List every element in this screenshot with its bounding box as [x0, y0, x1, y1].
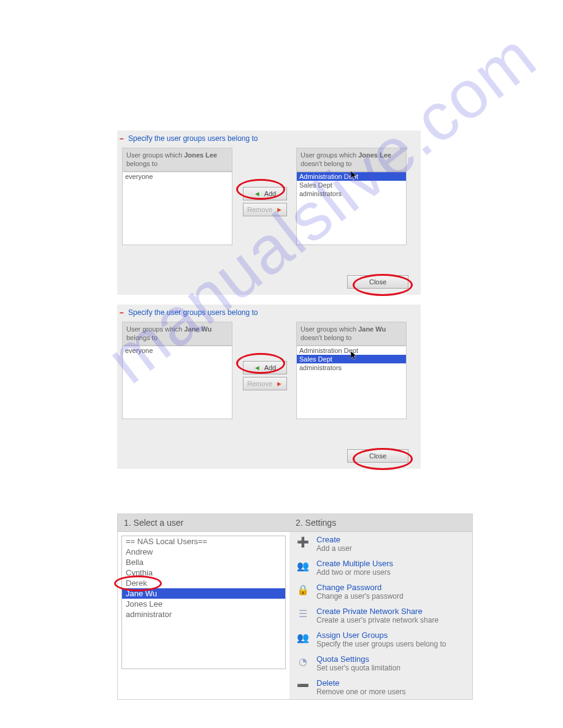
- not-belongs-list[interactable]: Administration Dept Sales Dept administr…: [296, 346, 407, 419]
- not-belongs-header: User groups which Jane Wu doesn't belong…: [296, 322, 407, 346]
- right-column-title: 2. Settings: [289, 514, 472, 532]
- plus-icon: ◄: [254, 364, 261, 371]
- hdr-suffix: belongs to: [126, 160, 158, 167]
- not-belongs-header: User groups which Jones Lee doesn't belo…: [296, 148, 407, 172]
- add-button[interactable]: ◄ Add: [243, 361, 287, 374]
- list-item-header: == NAS Local Users==: [122, 536, 285, 547]
- list-item[interactable]: Administration Dept: [297, 172, 406, 181]
- user-list[interactable]: == NAS Local Users== Andrew Bella Cynthi…: [121, 536, 286, 669]
- share-icon: ☰: [296, 607, 310, 620]
- add-button[interactable]: ◄ Add: [243, 187, 287, 200]
- section-title: – Specify the user groups users belong t…: [117, 131, 421, 146]
- multi-user-icon: 👥: [296, 559, 310, 572]
- hdr-prefix: User groups which: [126, 151, 184, 159]
- list-item[interactable]: everyone: [123, 346, 232, 355]
- action-sub: Add a user: [316, 544, 352, 553]
- select-user-column: 1. Select a user == NAS Local Users== An…: [118, 514, 289, 673]
- list-item[interactable]: everyone: [123, 172, 232, 181]
- belongs-list[interactable]: everyone: [122, 346, 232, 419]
- action-sub: Specify the user groups users belong to: [316, 640, 446, 648]
- left-column-title: 1. Select a user: [118, 514, 289, 532]
- action-sub: Set user's quota limitation: [316, 664, 400, 672]
- hdr-user: Jane Wu: [184, 325, 212, 333]
- action-assign-groups[interactable]: 👥 Assign User GroupsSpecify the user gro…: [289, 628, 472, 651]
- section-title: – Specify the user groups users belong t…: [117, 305, 421, 320]
- add-label: Add: [264, 364, 277, 371]
- action-title: Assign User Groups: [316, 631, 446, 640]
- action-create-multiple[interactable]: 👥 Create Multiple UsersAdd two or more u…: [289, 556, 472, 580]
- minus-user-icon: ➖: [296, 678, 310, 692]
- action-sub: Change a user's password: [316, 592, 404, 601]
- action-title: Create: [316, 535, 352, 544]
- close-button[interactable]: Close: [347, 449, 408, 463]
- hdr-user: Jones Lee: [358, 151, 391, 159]
- list-item[interactable]: Jane Wu: [122, 588, 285, 599]
- close-label: Close: [369, 450, 386, 462]
- hdr-suffix: doesn't belong to: [301, 160, 351, 167]
- hdr-prefix: User groups which: [301, 151, 358, 159]
- collapse-icon[interactable]: –: [120, 134, 126, 143]
- lock-icon: 🔒: [296, 583, 310, 596]
- belongs-header: User groups which Jones Lee belongs to: [122, 148, 232, 172]
- action-create[interactable]: ➕ CreateAdd a user: [289, 532, 472, 556]
- hdr-user: Jane Wu: [358, 325, 386, 333]
- plus-user-icon: ➕: [296, 535, 310, 548]
- close-button[interactable]: Close: [347, 275, 408, 289]
- remove-label: Remove: [247, 380, 272, 387]
- belongs-list[interactable]: everyone: [122, 172, 232, 245]
- assign-groups-dialog-1: – Specify the user groups users belong t…: [117, 131, 421, 295]
- action-quota[interactable]: ◔ Quota SettingsSet user's quota limitat…: [289, 651, 472, 675]
- action-title: Quota Settings: [316, 654, 400, 664]
- remove-label: Remove: [247, 206, 272, 213]
- action-title: Create Multiple Users: [316, 559, 393, 568]
- action-change-password[interactable]: 🔒 Change PasswordChange a user's passwor…: [289, 580, 472, 604]
- action-delete[interactable]: ➖ DeleteRemove one or more users: [289, 675, 472, 699]
- action-sub: Remove one or more users: [316, 688, 405, 696]
- action-title: Delete: [316, 678, 405, 688]
- list-item[interactable]: Sales Dept: [297, 181, 406, 189]
- remove-button[interactable]: Remove ►: [243, 377, 287, 390]
- list-item[interactable]: Bella: [122, 557, 285, 567]
- arrow-right-icon: ►: [276, 206, 283, 213]
- not-belongs-list[interactable]: Administration Dept Sales Dept administr…: [296, 172, 407, 245]
- belongs-header: User groups which Jane Wu belongs to: [122, 322, 232, 346]
- list-item[interactable]: Andrew: [122, 547, 285, 557]
- arrow-right-icon: ►: [276, 380, 283, 387]
- hdr-prefix: User groups which: [126, 325, 184, 333]
- user-settings-panel: 1. Select a user == NAS Local Users== An…: [117, 514, 473, 700]
- settings-column: 2. Settings ➕ CreateAdd a user 👥 Create …: [289, 514, 472, 699]
- hdr-suffix: doesn't belong to: [301, 334, 351, 341]
- section-title-text: Specify the user groups users belong to: [128, 134, 258, 143]
- action-list: ➕ CreateAdd a user 👥 Create Multiple Use…: [289, 532, 472, 699]
- action-title: Change Password: [316, 583, 404, 592]
- action-title: Create Private Network Share: [316, 607, 439, 616]
- collapse-icon[interactable]: –: [120, 308, 126, 317]
- list-item[interactable]: administrators: [297, 363, 406, 372]
- list-item[interactable]: administrators: [297, 189, 406, 198]
- hdr-prefix: User groups which: [301, 325, 358, 333]
- remove-button[interactable]: Remove ►: [243, 203, 287, 216]
- list-item[interactable]: administrator: [122, 609, 285, 620]
- list-item[interactable]: Cynthia: [122, 567, 285, 578]
- list-item[interactable]: Administration Dept: [297, 346, 406, 355]
- list-item[interactable]: Derek: [122, 578, 285, 588]
- hdr-suffix: belongs to: [126, 334, 158, 341]
- hdr-user: Jones Lee: [184, 151, 217, 159]
- group-icon: 👥: [296, 631, 310, 644]
- action-sub: Create a user's private network share: [316, 616, 439, 624]
- add-label: Add: [264, 190, 277, 197]
- list-item[interactable]: Sales Dept: [297, 355, 406, 363]
- assign-groups-dialog-2: – Specify the user groups users belong t…: [117, 305, 421, 469]
- close-label: Close: [369, 276, 386, 288]
- plus-icon: ◄: [254, 190, 261, 197]
- action-sub: Add two or more users: [316, 568, 393, 577]
- action-private-share[interactable]: ☰ Create Private Network ShareCreate a u…: [289, 604, 472, 628]
- list-item[interactable]: Jones Lee: [122, 599, 285, 609]
- section-title-text: Specify the user groups users belong to: [128, 308, 258, 317]
- quota-icon: ◔: [296, 654, 310, 668]
